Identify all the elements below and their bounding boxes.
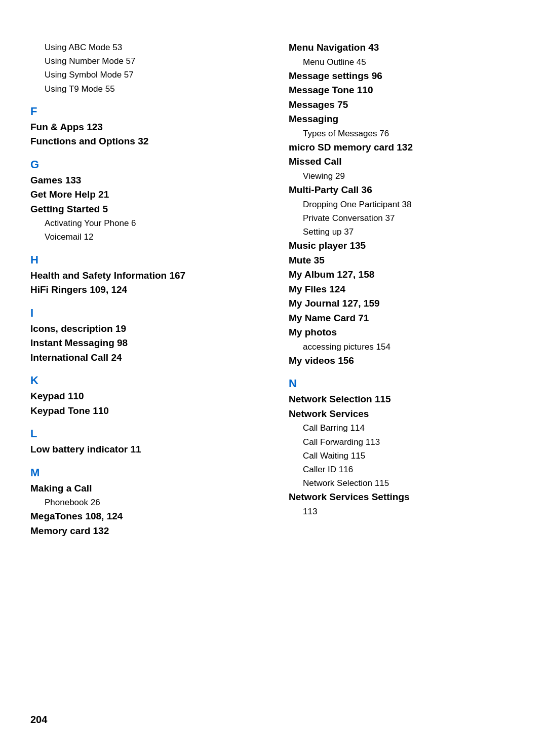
entry-messages: Messages 75 (289, 98, 517, 112)
top-sub-entries: Using ABC Mode 53 Using Number Mode 57 U… (30, 41, 258, 96)
entry-missed-call: Missed Call (289, 155, 517, 169)
sub-entry-number-mode: Using Number Mode 57 (30, 54, 258, 68)
entry-memory-card: Memory card 132 (30, 524, 258, 539)
sub-entry-call-forwarding: Call Forwarding 113 (289, 435, 517, 449)
entry-hifi-ringers: HiFi Ringers 109, 124 (30, 283, 258, 297)
section-letter-f: F (30, 105, 258, 118)
sub-entry-network-selection-2: Network Selection 115 (289, 476, 517, 490)
entry-my-journal: My Journal 127, 159 (289, 296, 517, 311)
section-letter-n: N (289, 377, 517, 390)
entry-network-services: Network Services (289, 407, 517, 422)
sub-entry-setting-up: Setting up 37 (289, 225, 517, 239)
section-letter-h: H (30, 253, 258, 267)
entry-my-files: My Files 124 (289, 282, 517, 297)
entry-my-photos: My photos (289, 325, 517, 340)
entry-keypad-tone: Keypad Tone 110 (30, 404, 258, 419)
entry-getting-started: Getting Started 5 (30, 202, 258, 217)
sub-entry-dropping-participant: Dropping One Participant 38 (289, 198, 517, 211)
entry-functions-options: Functions and Options 32 (30, 134, 258, 149)
page-content: Using ABC Mode 53 Using Number Mode 57 U… (30, 41, 517, 538)
sub-entry-phonebook: Phonebook 26 (30, 496, 258, 509)
entry-messaging: Messaging (289, 112, 517, 127)
entry-get-more-help: Get More Help 21 (30, 187, 258, 202)
entry-multi-party-call: Multi-Party Call 36 (289, 183, 517, 198)
left-column: Using ABC Mode 53 Using Number Mode 57 U… (30, 41, 274, 538)
sub-entry-113: 113 (289, 505, 517, 518)
section-letter-i: I (30, 307, 258, 320)
entry-games: Games 133 (30, 173, 258, 188)
entry-my-name-card: My Name Card 71 (289, 311, 517, 326)
entry-my-album: My Album 127, 158 (289, 268, 517, 282)
entry-health-safety: Health and Safety Information 167 (30, 269, 258, 283)
sub-entry-abc-mode: Using ABC Mode 53 (30, 41, 258, 54)
entry-low-battery: Low battery indicator 11 (30, 442, 258, 457)
sub-entry-viewing: Viewing 29 (289, 169, 517, 183)
entry-fun-apps: Fun & Apps 123 (30, 120, 258, 135)
entry-micro-sd: micro SD memory card 132 (289, 140, 517, 155)
section-letter-k: K (30, 374, 258, 387)
entry-my-videos: My videos 156 (289, 354, 517, 368)
sub-entry-types-messages: Types of Messages 76 (289, 127, 517, 140)
sub-entry-accessing-pictures: accessing pictures 154 (289, 340, 517, 354)
section-letter-m: M (30, 466, 258, 479)
entry-keypad: Keypad 110 (30, 389, 258, 404)
entry-megatones: MegaTones 108, 124 (30, 509, 258, 524)
sub-entry-caller-id: Caller ID 116 (289, 463, 517, 476)
sub-entry-activating-phone: Activating Your Phone 6 (30, 216, 258, 230)
sub-entry-call-waiting: Call Waiting 115 (289, 449, 517, 463)
entry-instant-messaging: Instant Messaging 98 (30, 336, 258, 351)
entry-music-player: Music player 135 (289, 239, 517, 253)
sub-entry-private-conversation: Private Conversation 37 (289, 211, 517, 225)
sub-entry-menu-outline: Menu Outline 45 (289, 55, 517, 69)
entry-international-call: International Call 24 (30, 351, 258, 365)
entry-message-tone: Message Tone 110 (289, 83, 517, 98)
sub-entry-symbol-mode: Using Symbol Mode 57 (30, 68, 258, 82)
section-letter-l: L (30, 427, 258, 440)
entry-menu-navigation: Menu Navigation 43 (289, 41, 517, 55)
entry-mute: Mute 35 (289, 253, 517, 268)
sub-entry-call-barring: Call Barring 114 (289, 421, 517, 435)
entry-network-services-settings: Network Services Settings (289, 490, 517, 505)
entry-making-a-call: Making a Call (30, 481, 258, 496)
right-column: Menu Navigation 43 Menu Outline 45 Messa… (274, 41, 517, 538)
page-number: 204 (30, 714, 47, 726)
sub-entry-voicemail: Voicemail 12 (30, 230, 258, 244)
entry-icons-description: Icons, description 19 (30, 322, 258, 336)
entry-message-settings: Message settings 96 (289, 69, 517, 84)
section-letter-g: G (30, 158, 258, 171)
entry-network-selection: Network Selection 115 (289, 392, 517, 407)
sub-entry-t9-mode: Using T9 Mode 55 (30, 82, 258, 96)
